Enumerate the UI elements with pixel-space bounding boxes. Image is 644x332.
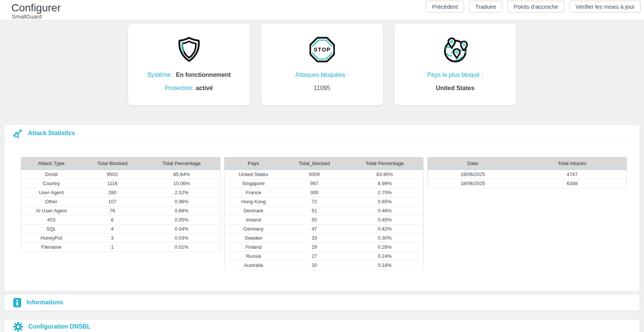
table-cell: France: [224, 188, 282, 197]
table-row: 19/06/20254747: [428, 170, 627, 179]
table-row: Dnsbl950285.64%: [21, 170, 220, 179]
top-country-value-line: United States: [394, 85, 516, 92]
page-subtitle: SmallGuard: [0, 14, 644, 20]
table-cell: 0.96%: [143, 197, 220, 206]
table-cell: Singapore: [224, 179, 282, 188]
table-row: 40360.05%: [21, 215, 220, 224]
topbar-actions: Précédent Traduire Points d'accroche Vér…: [426, 1, 641, 12]
table-row: Russia270.24%: [224, 252, 424, 261]
table-cell: HoneyPot: [21, 234, 82, 243]
column-header: Total Blocked: [81, 157, 143, 170]
table-cell: 6: [81, 215, 143, 224]
table-row: 18/06/20256348: [428, 179, 627, 188]
blocked-attacks-label: Attaques bloquées :: [295, 72, 349, 78]
table-cell: 6348: [518, 179, 627, 188]
table-cell: Dnsbl: [21, 170, 82, 179]
stop-sign-icon: STOP: [261, 35, 383, 64]
table-cell: 29: [282, 243, 346, 252]
translate-button[interactable]: Traduire: [469, 1, 502, 12]
table-row: Germany470.42%: [224, 224, 424, 234]
table-cell: 0.30%: [346, 234, 423, 243]
table-cell: 0.46%: [346, 206, 423, 215]
attack-statistics-header[interactable]: Attack Statistics: [5, 125, 639, 142]
column-header: Attack Type: [21, 157, 82, 170]
table-cell: Germany: [224, 224, 282, 234]
table-cell: 51: [282, 206, 346, 215]
table-cell: Hong Kong: [224, 197, 282, 206]
table-cell: 20: [282, 261, 346, 270]
protection-label: Protection:: [165, 85, 194, 91]
table-row: Singapore9978.99%: [224, 179, 424, 188]
previous-button[interactable]: Précédent: [426, 1, 464, 12]
column-header: Total Attacks: [518, 157, 627, 170]
system-label: Système :: [147, 72, 174, 78]
hooks-button[interactable]: Points d'accroche: [507, 1, 564, 12]
table-cell: 2.52%: [143, 188, 220, 197]
table-row: Country111610.06%: [21, 179, 220, 188]
top-country-label-line: Pays le plus bloqué :: [394, 72, 516, 78]
attack-statistics-panel: Attack Statistics Attack TypeTotal Block…: [4, 125, 640, 291]
blocked-attacks-count: 11095: [314, 85, 330, 91]
table-header-row: Attack TypeTotal BlockedTotal Percentage: [21, 157, 220, 170]
table-cell: 280: [81, 188, 143, 197]
blocked-attacks-label-line: Attaques bloquées :: [261, 72, 383, 78]
table-row: HoneyPot30.03%: [21, 234, 220, 243]
table-row: United States930983.90%: [224, 170, 424, 179]
table-cell: 0.68%: [143, 206, 220, 215]
blocked-attacks-card: STOP Attaques bloquées : 11095: [261, 24, 383, 105]
table-cell: 33: [282, 234, 346, 243]
table-cell: Ireland: [224, 215, 282, 224]
table-cell: 3: [81, 234, 143, 243]
table-cell: 50: [282, 215, 346, 224]
table-row: Ireland500.45%: [224, 215, 424, 224]
attack-statistics-title: Attack Statistics: [28, 130, 75, 137]
dnsbl-config-header[interactable]: Configuration DNSBL: [5, 320, 639, 332]
table-cell: 1116: [81, 179, 143, 188]
table-cell: AI User-Agent: [21, 206, 82, 215]
table-cell: Other: [21, 197, 82, 206]
table-cell: 0.24%: [346, 252, 423, 261]
column-header: Total Percentage: [346, 157, 423, 170]
top-country-label: Pays le plus bloqué :: [427, 72, 483, 78]
dnsbl-config-title: Configuration DNSBL: [28, 323, 90, 330]
table-cell: 403: [21, 215, 82, 224]
blocked-attacks-value-line: 11095: [261, 85, 383, 92]
table-cell: 0.45%: [346, 215, 423, 224]
table-cell: 107: [81, 197, 143, 206]
table-cell: 9502: [81, 170, 143, 179]
table-cell: Australia: [224, 261, 282, 270]
top-bar: Configurer SmallGuard Précédent Traduire…: [0, 0, 644, 20]
system-status-card: Système :En fonctionnement Protection:ac…: [128, 24, 250, 105]
system-status-line: Système :En fonctionnement: [128, 72, 250, 78]
globe-pins-icon: [394, 35, 516, 64]
table-cell: 0.65%: [346, 197, 423, 206]
table-cell: 27: [282, 252, 346, 261]
table-cell: 0.04%: [143, 224, 220, 234]
table-cell: 85.64%: [143, 170, 220, 179]
table-row: User-Agent2802.52%: [21, 188, 220, 197]
table-cell: 0.42%: [346, 224, 423, 234]
table-cell: 76: [81, 206, 143, 215]
blocked-countries-table: PaysTotal_blockedTotal PercentageUnited …: [224, 157, 424, 270]
table-cell: 4747: [518, 170, 627, 179]
informations-header[interactable]: Informations: [5, 295, 639, 310]
table-row: Other1070.96%: [21, 197, 220, 206]
chart-magnifier-icon: [13, 128, 23, 138]
status-cards-row: Système :En fonctionnement Protection:ac…: [0, 24, 644, 105]
table-cell: 0.26%: [346, 243, 423, 252]
table-cell: 47: [282, 224, 346, 234]
table-cell: 10.06%: [143, 179, 220, 188]
table-cell: 0.03%: [143, 234, 220, 243]
table-cell: SQL: [21, 224, 82, 234]
table-row: France3002.70%: [224, 188, 424, 197]
check-updates-button[interactable]: Vérifier les mises à jour: [570, 1, 641, 12]
statistics-tables-row: Attack TypeTotal BlockedTotal Percentage…: [5, 142, 639, 291]
protection-status-line: Protection:activé: [128, 85, 250, 92]
info-icon: [13, 298, 22, 308]
table-row: Finland290.26%: [224, 243, 424, 252]
table-cell: Finland: [224, 243, 282, 252]
column-header: Pays: [224, 157, 282, 170]
table-cell: 18/06/2025: [428, 179, 518, 188]
table-cell: 4: [81, 224, 143, 234]
table-cell: 83.90%: [346, 170, 423, 179]
